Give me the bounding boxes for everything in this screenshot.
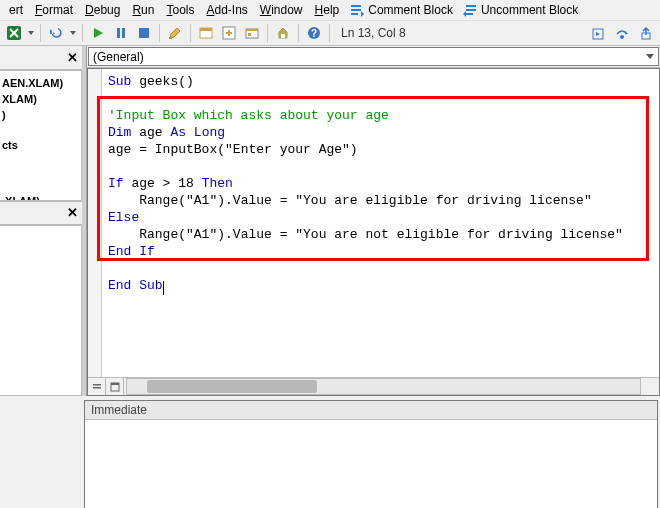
procedure-view-button[interactable] xyxy=(88,378,106,395)
tree-item[interactable]: .XLAM) xyxy=(2,193,79,201)
undo-button[interactable] xyxy=(46,23,66,43)
svg-rect-9 xyxy=(139,28,149,38)
svg-rect-1 xyxy=(351,9,361,11)
excel-icon[interactable] xyxy=(4,23,24,43)
close-icon[interactable]: ✕ xyxy=(64,50,80,66)
step-into-button[interactable] xyxy=(588,24,608,44)
menu-bar: ert Format Debug Run Tools Add-Ins Windo… xyxy=(0,0,660,20)
properties-header: ✕ xyxy=(0,201,82,225)
pause-button[interactable] xyxy=(111,23,131,43)
tree-item[interactable]: ) xyxy=(2,107,79,123)
separator xyxy=(190,24,191,42)
chevron-down-icon xyxy=(646,54,654,59)
horizontal-scrollbar[interactable] xyxy=(126,378,641,395)
left-panels: ✕ AEN.XLAM) XLAM) ) cts .XLAM) ✕ xyxy=(0,46,82,396)
main-area: ✕ AEN.XLAM) XLAM) ) cts .XLAM) ✕ (Genera… xyxy=(0,46,660,396)
menu-help[interactable]: Help xyxy=(310,2,345,18)
toolbar: ? Ln 13, Col 8 xyxy=(0,20,660,46)
separator xyxy=(82,24,83,42)
tree-item[interactable]: AEN.XLAM) xyxy=(2,75,79,91)
stop-button[interactable] xyxy=(134,23,154,43)
tree-item[interactable]: cts xyxy=(2,137,79,153)
close-icon[interactable]: ✕ xyxy=(64,205,80,221)
object-dropdown[interactable]: (General) xyxy=(88,47,659,66)
properties-button[interactable] xyxy=(219,23,239,43)
properties-panel[interactable] xyxy=(0,225,82,396)
uncomment-block-button[interactable]: Uncomment Block xyxy=(459,2,582,18)
toolbox-button[interactable] xyxy=(273,23,293,43)
full-module-view-button[interactable] xyxy=(106,378,124,395)
svg-rect-2 xyxy=(351,13,358,15)
uncomment-icon xyxy=(463,3,477,17)
svg-rect-26 xyxy=(111,383,119,385)
project-explorer-header: ✕ xyxy=(0,46,82,70)
svg-rect-0 xyxy=(351,5,361,7)
text-cursor xyxy=(163,281,164,295)
step-out-button[interactable] xyxy=(636,24,656,44)
object-proc-row: (General) xyxy=(87,46,660,68)
dropdown-arrow-icon[interactable] xyxy=(27,23,35,43)
svg-rect-8 xyxy=(122,28,125,38)
scrollbar-thumb[interactable] xyxy=(147,380,317,393)
menu-run[interactable]: Run xyxy=(127,2,159,18)
menu-debug[interactable]: Debug xyxy=(80,2,125,18)
svg-rect-15 xyxy=(246,29,258,31)
code-text[interactable]: Sub geeks() 'Input Box which asks about … xyxy=(88,69,659,298)
svg-rect-7 xyxy=(117,28,120,38)
dropdown-arrow-icon[interactable] xyxy=(69,23,77,43)
object-dropdown-value: (General) xyxy=(93,50,144,64)
separator xyxy=(298,24,299,42)
help-button[interactable]: ? xyxy=(304,23,324,43)
design-mode-button[interactable] xyxy=(165,23,185,43)
svg-rect-5 xyxy=(466,13,473,15)
svg-rect-16 xyxy=(248,33,251,36)
separator xyxy=(267,24,268,42)
code-editor[interactable]: Sub geeks() 'Input Box which asks about … xyxy=(87,68,660,396)
project-explorer-button[interactable] xyxy=(196,23,216,43)
bottom-area: Immediate xyxy=(0,400,660,508)
svg-rect-4 xyxy=(466,9,476,11)
svg-rect-12 xyxy=(200,28,212,31)
svg-rect-17 xyxy=(281,34,285,38)
cursor-position: Ln 13, Col 8 xyxy=(335,26,412,40)
svg-rect-23 xyxy=(93,384,101,386)
menu-insert[interactable]: ert xyxy=(4,2,28,18)
tree-item[interactable]: XLAM) xyxy=(2,91,79,107)
svg-point-21 xyxy=(620,35,624,39)
separator xyxy=(329,24,330,42)
svg-rect-3 xyxy=(466,5,476,7)
step-over-button[interactable] xyxy=(612,24,632,44)
immediate-window[interactable]: Immediate xyxy=(84,400,658,508)
svg-rect-10 xyxy=(169,37,172,39)
svg-rect-24 xyxy=(93,387,101,389)
menu-window[interactable]: Window xyxy=(255,2,308,18)
code-panel: (General) Sub geeks() 'Input Box which a… xyxy=(86,46,660,396)
menu-format[interactable]: Format xyxy=(30,2,78,18)
object-browser-button[interactable] xyxy=(242,23,262,43)
comment-icon xyxy=(350,3,364,17)
code-view-footer xyxy=(88,377,659,395)
svg-text:?: ? xyxy=(311,28,317,39)
separator xyxy=(159,24,160,42)
immediate-title: Immediate xyxy=(85,401,657,420)
run-button[interactable] xyxy=(88,23,108,43)
separator xyxy=(40,24,41,42)
menu-tools[interactable]: Tools xyxy=(161,2,199,18)
comment-block-button[interactable]: Comment Block xyxy=(346,2,457,18)
right-toolbar xyxy=(588,24,656,44)
project-explorer-tree[interactable]: AEN.XLAM) XLAM) ) cts .XLAM) xyxy=(0,70,82,201)
menu-addins[interactable]: Add-Ins xyxy=(201,2,252,18)
